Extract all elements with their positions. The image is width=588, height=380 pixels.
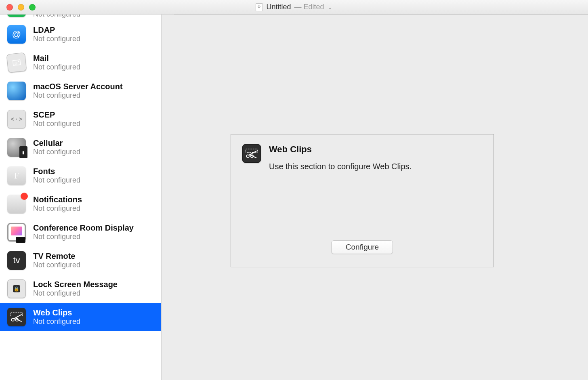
sidebar-item-status: Not configured (33, 91, 123, 100)
sidebar-item-label: Web Clips (33, 308, 80, 317)
sidebar-item-label: SCEP (33, 110, 80, 120)
sidebar-item-label: Mail (33, 53, 80, 63)
scep-icon (7, 110, 26, 128)
traffic-lights (0, 4, 36, 10)
sidebar-item-cellular[interactable]: ▮ Cellular Not configured (0, 133, 161, 162)
sidebar-item-mail[interactable]: 🖃 Mail Not configured (0, 48, 161, 77)
ldap-icon: @ (7, 25, 26, 44)
sidebar-item-label: macOS Server Account (33, 82, 123, 91)
zoom-window-button[interactable] (29, 4, 36, 10)
sidebar-item-conference-room-display[interactable]: Conference Room Display Not configured (0, 218, 161, 246)
fonts-icon: F (7, 166, 26, 185)
conference-room-display-icon (7, 223, 26, 241)
sidebar-item-status: Not configured (33, 204, 82, 213)
sidebar-item-ldap[interactable]: @ LDAP Not configured (0, 20, 161, 48)
sidebar-item-web-clips[interactable]: Web Clips Not configured (0, 303, 161, 331)
svg-line-3 (14, 315, 21, 319)
sidebar-item-fonts[interactable]: F Fonts Not configured (0, 162, 161, 190)
sidebar-item-notifications[interactable]: Notifications Not configured (0, 190, 161, 218)
sidebar-item-label: Conference Room Display (33, 223, 134, 233)
sidebar-item-status: Not configured (33, 35, 80, 44)
sidebar-item-tv-remote[interactable]: tv TV Remote Not configured (0, 246, 161, 275)
web-clips-icon (7, 308, 26, 326)
sidebar-item-status: Not configured (33, 15, 80, 19)
configure-button[interactable]: Configure (332, 240, 393, 254)
notifications-icon (7, 195, 26, 213)
sidebar-item-status: Not configured (33, 261, 80, 270)
sidebar-item-label: Notifications (33, 195, 82, 204)
window-title: Untitled — Edited ⌄ (0, 3, 588, 11)
partial-item-icon (7, 15, 26, 17)
sidebar-item-status: Not configured (33, 289, 118, 298)
chevron-down-icon: ⌄ (328, 4, 332, 10)
sidebar-item-status: Not configured (33, 317, 80, 326)
payloads-sidebar: Not configured @ LDAP Not configured 🖃 M… (0, 15, 162, 380)
document-icon (256, 3, 263, 11)
web-clips-panel-icon (242, 144, 261, 163)
document-name: Untitled (266, 3, 291, 11)
content-divider (174, 15, 588, 15)
panel-title: Web Clips (269, 144, 412, 155)
lock-screen-icon: 🔒 (7, 279, 26, 298)
sidebar-item-scep[interactable]: SCEP Not configured (0, 105, 161, 133)
globe-icon (7, 82, 26, 100)
window-titlebar: Untitled — Edited ⌄ (0, 0, 588, 15)
payload-panel: Web Clips Use this section to configure … (231, 134, 494, 267)
sidebar-item-label: Cellular (33, 138, 80, 148)
sidebar-item-label: Fonts (33, 166, 80, 176)
sidebar-item-status: Not configured (33, 120, 80, 128)
minimize-window-button[interactable] (18, 4, 24, 10)
cellular-icon: ▮ (7, 138, 26, 157)
tv-remote-icon: tv (7, 251, 26, 270)
sidebar-item-label: TV Remote (33, 251, 80, 261)
sidebar-item-status: Not configured (33, 63, 80, 72)
sidebar-item-macos-server-account[interactable]: macOS Server Account Not configured (0, 77, 161, 105)
panel-description: Use this section to configure Web Clips. (269, 162, 412, 171)
document-status: — Edited (294, 3, 324, 11)
sidebar-item-status: Not configured (33, 233, 134, 241)
svg-line-8 (249, 151, 256, 155)
sidebar-item-status: Not configured (33, 148, 80, 157)
sidebar-item-partial[interactable]: Not configured (0, 15, 161, 20)
sidebar-item-label: LDAP (33, 25, 80, 35)
sidebar-item-label: Lock Screen Message (33, 279, 118, 289)
mail-icon: 🖃 (6, 52, 27, 73)
sidebar-item-lock-screen-message[interactable]: 🔒 Lock Screen Message Not configured (0, 275, 161, 303)
close-window-button[interactable] (6, 4, 13, 10)
sidebar-item-status: Not configured (33, 176, 80, 185)
content-pane: Web Clips Use this section to configure … (162, 15, 588, 380)
